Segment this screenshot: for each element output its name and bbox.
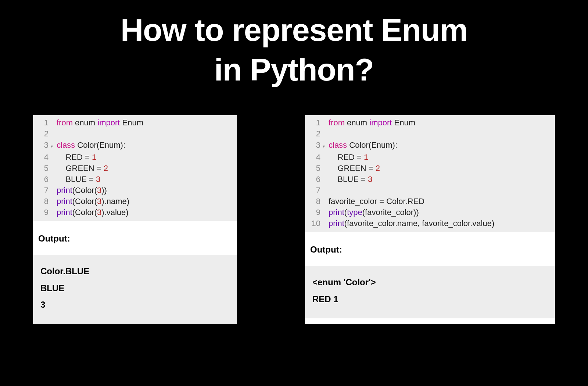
code-line: 8print(Color(3).name)	[33, 196, 237, 207]
line-number: 8	[33, 196, 51, 207]
fold-icon	[323, 181, 329, 182]
code-text: from enum import Enum	[57, 117, 143, 128]
code-text: GREEN = 2	[57, 163, 108, 174]
fold-icon	[323, 169, 329, 171]
line-number: 7	[305, 185, 323, 196]
code-text: print(Color(3).value)	[57, 207, 129, 218]
fold-icon	[323, 225, 329, 226]
code-line: 1from enum import Enum	[305, 117, 555, 128]
code-text: from enum import Enum	[329, 117, 415, 128]
code-line: 8favorite_color = Color.RED	[305, 196, 555, 207]
fold-icon	[323, 203, 329, 204]
line-number: 7	[33, 185, 51, 196]
code-line: 7print(Color(3))	[33, 185, 237, 196]
code-line: 10print(favorite_color.name, favorite_co…	[305, 218, 555, 229]
code-line: 5 GREEN = 2	[305, 163, 555, 174]
code-text: print(type(favorite_color))	[329, 207, 419, 218]
code-line: 2	[305, 128, 555, 139]
code-text: print(Color(3))	[57, 185, 107, 196]
fold-icon	[51, 158, 57, 160]
fold-icon	[51, 192, 57, 193]
title-line-1: How to represent Enum	[0, 10, 588, 50]
code-text: print(favorite_color.name, favorite_colo…	[329, 218, 494, 229]
output-line: RED 1	[312, 291, 548, 308]
code-line: 3▾class Color(Enum):	[305, 139, 555, 152]
code-line: 6 BLUE = 3	[305, 174, 555, 185]
code-line: 4 RED = 1	[33, 152, 237, 163]
line-number: 3	[305, 140, 323, 151]
output-box-left: Color.BLUEBLUE3	[33, 255, 237, 324]
output-line: Color.BLUE	[40, 263, 230, 280]
code-block-left: 1from enum import Enum23▾class Color(Enu…	[33, 115, 237, 221]
code-text: favorite_color = Color.RED	[329, 196, 424, 207]
output-line: BLUE	[40, 280, 230, 297]
fold-icon	[51, 124, 57, 125]
line-number: 6	[33, 174, 51, 185]
output-line: 3	[40, 296, 230, 313]
fold-icon	[51, 169, 57, 171]
line-number: 4	[33, 152, 51, 163]
output-line: <enum 'Color'>	[312, 274, 548, 291]
code-text: BLUE = 3	[57, 174, 100, 185]
title-line-2: in Python?	[0, 50, 588, 90]
code-text: class Color(Enum):	[329, 140, 397, 151]
fold-icon	[323, 124, 329, 125]
line-number: 8	[305, 196, 323, 207]
fold-icon	[51, 135, 57, 136]
code-text: class Color(Enum):	[57, 140, 125, 151]
line-number: 3	[33, 140, 51, 151]
output-box-right: <enum 'Color'>RED 1	[305, 266, 555, 318]
fold-icon: ▾	[51, 139, 57, 152]
line-number: 6	[305, 174, 323, 185]
fold-icon	[51, 203, 57, 204]
fold-icon: ▾	[323, 139, 329, 152]
fold-icon	[323, 214, 329, 215]
fold-icon	[323, 135, 329, 136]
output-label-right: Output:	[305, 232, 555, 266]
code-block-right: 1from enum import Enum23▾class Color(Enu…	[305, 115, 555, 232]
code-line: 4 RED = 1	[305, 152, 555, 163]
line-number: 2	[305, 128, 323, 139]
code-line: 5 GREEN = 2	[33, 163, 237, 174]
line-number: 10	[305, 218, 323, 229]
line-number: 5	[33, 163, 51, 174]
code-line: 1from enum import Enum	[33, 117, 237, 128]
line-number: 4	[305, 152, 323, 163]
code-panel-right: 1from enum import Enum23▾class Color(Enu…	[305, 115, 555, 324]
line-number: 9	[305, 207, 323, 218]
line-number: 2	[33, 128, 51, 139]
code-text: BLUE = 3	[329, 174, 372, 185]
code-line: 3▾class Color(Enum):	[33, 139, 237, 152]
code-text: RED = 1	[57, 152, 96, 163]
fold-icon	[51, 181, 57, 182]
code-text: RED = 1	[329, 152, 368, 163]
code-text: GREEN = 2	[329, 163, 380, 174]
line-number: 1	[305, 117, 323, 128]
line-number: 1	[33, 117, 51, 128]
code-line: 2	[33, 128, 237, 139]
code-line: 9print(Color(3).value)	[33, 207, 237, 218]
panels-row: 1from enum import Enum23▾class Color(Enu…	[0, 115, 588, 324]
line-number: 5	[305, 163, 323, 174]
fold-icon	[51, 214, 57, 215]
output-label-left: Output:	[33, 221, 237, 255]
fold-icon	[323, 158, 329, 160]
page-title: How to represent Enum in Python?	[0, 0, 588, 89]
fold-icon	[323, 192, 329, 193]
code-line: 6 BLUE = 3	[33, 174, 237, 185]
code-text: print(Color(3).name)	[57, 196, 129, 207]
line-number: 9	[33, 207, 51, 218]
code-line: 9print(type(favorite_color))	[305, 207, 555, 218]
code-panel-left: 1from enum import Enum23▾class Color(Enu…	[33, 115, 237, 324]
code-line: 7	[305, 185, 555, 196]
